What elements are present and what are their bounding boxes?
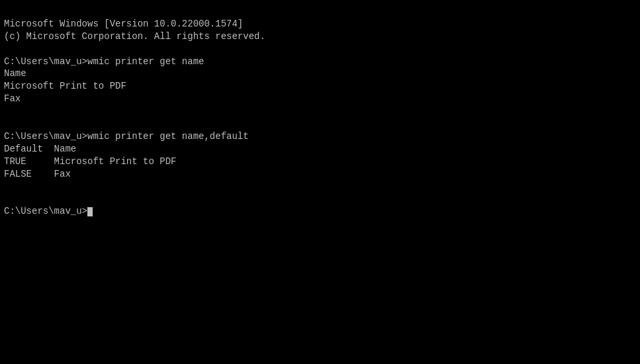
terminal-line: (c) Microsoft Corporation. All rights re… [4, 30, 636, 43]
terminal-line: C:\Users\mav_u>wmic printer get name,def… [4, 130, 636, 143]
terminal-line [4, 105, 636, 118]
terminal-line [4, 193, 636, 205]
terminal-line: C:\Users\mav_u>wmic printer get name [4, 56, 636, 68]
terminal-line: C:\Users\mav_u> [4, 205, 636, 218]
terminal-line: Microsoft Windows [Version 10.0.22000.15… [4, 18, 636, 30]
terminal-line: Default Name [4, 143, 636, 156]
terminal-line [4, 43, 636, 56]
terminal-line: TRUE Microsoft Print to PDF [4, 156, 636, 168]
terminal-line: Fax [4, 93, 636, 105]
terminal-line [4, 180, 636, 193]
terminal-window[interactable]: Microsoft Windows [Version 10.0.22000.15… [0, 0, 640, 364]
terminal-line [4, 118, 636, 130]
terminal-line: Name [4, 68, 636, 80]
terminal-line: FALSE Fax [4, 168, 636, 181]
terminal-line: Microsoft Print to PDF [4, 80, 636, 93]
terminal-cursor [87, 207, 93, 216]
